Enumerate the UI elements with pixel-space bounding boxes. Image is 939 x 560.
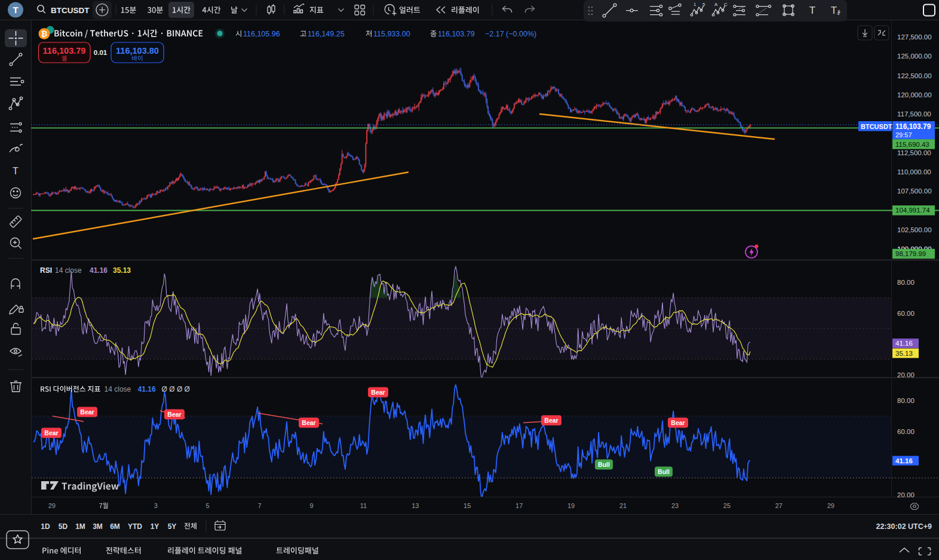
svg-text:Bear: Bear xyxy=(167,411,181,418)
svg-text:3M: 3M xyxy=(93,522,103,531)
svg-text:116,103.79: 116,103.79 xyxy=(895,122,931,131)
svg-text:35.13: 35.13 xyxy=(895,350,913,357)
svg-text:5Y: 5Y xyxy=(168,522,177,531)
svg-text:116,149.25: 116,149.25 xyxy=(308,30,345,38)
svg-text:11: 11 xyxy=(360,502,367,509)
svg-text:116,105.96: 116,105.96 xyxy=(243,30,280,38)
svg-text:BTCUSDT: BTCUSDT xyxy=(861,123,892,130)
svg-text:104,991.74: 104,991.74 xyxy=(895,207,930,214)
svg-text:107,500.00: 107,500.00 xyxy=(897,187,932,195)
svg-text:41.16: 41.16 xyxy=(895,457,913,464)
svg-text:25: 25 xyxy=(723,502,731,509)
svg-text:RSI: RSI xyxy=(40,266,52,275)
svg-text:23: 23 xyxy=(671,502,679,509)
svg-text:T: T xyxy=(13,166,19,176)
svg-text:20.00: 20.00 xyxy=(897,371,915,379)
svg-text:112,500.00: 112,500.00 xyxy=(897,149,931,156)
svg-text:9: 9 xyxy=(309,502,313,509)
svg-text:7: 7 xyxy=(257,502,261,509)
svg-text:110,000.00: 110,000.00 xyxy=(897,168,931,176)
svg-text:T: T xyxy=(13,5,18,15)
svg-text:YTD: YTD xyxy=(128,522,142,531)
svg-text:80.00: 80.00 xyxy=(897,279,915,286)
svg-text:Ø Ø Ø Ø: Ø Ø Ø Ø xyxy=(162,385,190,393)
svg-text:13: 13 xyxy=(412,502,419,509)
svg-text:Bear: Bear xyxy=(302,419,315,426)
svg-text:Bull: Bull xyxy=(598,461,610,468)
svg-text:115,690.43: 115,690.43 xyxy=(895,141,929,148)
svg-text:60.00: 60.00 xyxy=(897,310,915,317)
svg-text:T: T xyxy=(831,5,837,16)
svg-text:116,103.79: 116,103.79 xyxy=(438,30,475,38)
svg-text:80.00: 80.00 xyxy=(897,397,915,404)
svg-text:116,103.80: 116,103.80 xyxy=(116,46,159,56)
svg-text:1Y: 1Y xyxy=(151,522,159,531)
svg-text:₿: ₿ xyxy=(41,29,48,38)
svg-text:102,500.00: 102,500.00 xyxy=(897,226,932,233)
svg-text:5D: 5D xyxy=(59,522,68,531)
svg-text:115,933.00: 115,933.00 xyxy=(373,30,410,38)
svg-text:1M: 1M xyxy=(75,522,85,531)
svg-text:41.16: 41.16 xyxy=(895,340,913,347)
svg-text:5: 5 xyxy=(702,2,705,7)
svg-text:116,103.79: 116,103.79 xyxy=(43,46,86,56)
svg-text:Bear: Bear xyxy=(44,429,58,436)
svg-text:35.13: 35.13 xyxy=(113,266,131,275)
svg-text:41.16: 41.16 xyxy=(90,266,108,275)
svg-text:Bear: Bear xyxy=(544,417,558,424)
svg-text:Bear: Bear xyxy=(371,389,385,396)
svg-text:−2.17 (−0.00%): −2.17 (−0.00%) xyxy=(485,30,536,38)
svg-text:41.16: 41.16 xyxy=(138,385,156,393)
svg-text:120,000.00: 120,000.00 xyxy=(897,91,932,99)
svg-text:1D: 1D xyxy=(41,522,50,531)
svg-text:20.00: 20.00 xyxy=(897,491,915,499)
svg-text:60.00: 60.00 xyxy=(897,428,915,435)
svg-text:127,500.00: 127,500.00 xyxy=(897,33,932,41)
svg-text:C: C xyxy=(724,2,728,7)
svg-text:29:57: 29:57 xyxy=(895,131,912,139)
svg-text:Bear: Bear xyxy=(671,419,685,426)
svg-text:3: 3 xyxy=(154,502,158,509)
svg-text:0.01: 0.01 xyxy=(94,49,108,56)
svg-text:98,179.99: 98,179.99 xyxy=(895,250,926,257)
svg-text:27: 27 xyxy=(775,502,782,509)
svg-text:29: 29 xyxy=(48,502,56,509)
svg-text:14 close: 14 close xyxy=(55,266,82,275)
svg-text:Bear: Bear xyxy=(80,408,94,416)
svg-text:T: T xyxy=(809,5,815,16)
svg-text:122,500.00: 122,500.00 xyxy=(897,72,932,79)
svg-text:22:30:02 UTC+9: 22:30:02 UTC+9 xyxy=(876,522,932,531)
svg-text:15: 15 xyxy=(464,502,471,509)
svg-text:29: 29 xyxy=(827,502,834,509)
svg-text:21: 21 xyxy=(619,502,627,509)
svg-text:6M: 6M xyxy=(110,522,120,531)
svg-text:Bull: Bull xyxy=(658,468,670,475)
svg-text:5: 5 xyxy=(206,502,210,509)
svg-text:17: 17 xyxy=(515,502,523,509)
svg-text:117,500.00: 117,500.00 xyxy=(897,110,931,118)
svg-text:BTCUSDT: BTCUSDT xyxy=(51,6,90,15)
svg-text:1: 1 xyxy=(693,2,696,7)
svg-text:14 close: 14 close xyxy=(105,385,131,393)
svg-text:A: A xyxy=(714,2,718,7)
svg-text:19: 19 xyxy=(567,502,575,509)
svg-text:125,000.00: 125,000.00 xyxy=(897,53,932,60)
